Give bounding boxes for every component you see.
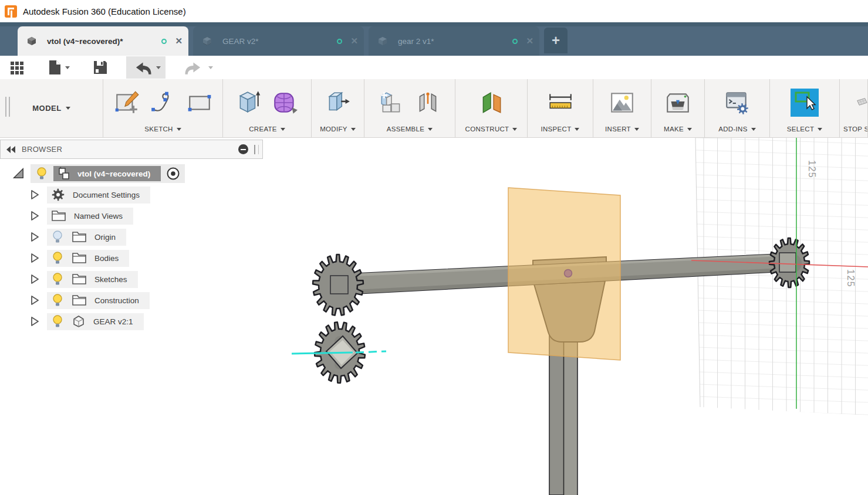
activate-component-radio-icon[interactable] <box>166 167 180 181</box>
dropdown-caret-icon <box>512 128 517 131</box>
visibility-bulb-icon[interactable] <box>51 293 64 307</box>
browser-item-construction[interactable]: Construction <box>0 290 263 311</box>
rectangle-button[interactable] <box>186 89 213 116</box>
quick-access-toolbar <box>0 56 868 79</box>
dropdown-caret-icon <box>751 128 756 131</box>
collapse-panel-icon[interactable] <box>6 146 16 153</box>
workspace-switcher[interactable]: MODEL <box>0 79 103 137</box>
redo-button[interactable] <box>178 56 218 79</box>
cloud-status-icon <box>512 39 518 44</box>
visibility-bulb-icon[interactable] <box>51 314 64 328</box>
collapse-arrow-icon[interactable] <box>12 167 25 181</box>
folder-icon <box>72 230 87 243</box>
press-pull-button[interactable] <box>325 89 352 116</box>
origin-point[interactable] <box>565 270 572 277</box>
expand-arrow-icon[interactable] <box>28 189 41 201</box>
folder-icon <box>72 273 87 286</box>
modify-dropdown[interactable]: MODIFY <box>312 121 364 137</box>
visibility-bulb-icon[interactable] <box>51 272 64 286</box>
dropdown-caret-icon <box>351 128 356 131</box>
make-3d-print-button[interactable] <box>664 89 691 116</box>
browser-item-origin[interactable]: Origin <box>0 226 263 248</box>
folder-icon <box>51 209 66 222</box>
document-tab-label: vtol (v4~recovered)* <box>47 37 123 46</box>
ribbon-group-sketch: SKETCH <box>103 79 223 137</box>
3d-viewport[interactable]: 125 125 <box>0 138 868 495</box>
stop-sketch-label-clipped[interactable]: STOP S <box>840 121 867 137</box>
document-tab-gear2-v1[interactable]: gear 2 v1* ✕ <box>369 26 539 56</box>
addins-dropdown[interactable]: ADD-INS <box>705 121 769 137</box>
visibility-bulb-icon[interactable] <box>35 167 48 181</box>
dropdown-caret-icon <box>575 128 579 131</box>
make-dropdown[interactable]: MAKE <box>651 121 704 137</box>
browser-title: BROWSER <box>22 145 62 154</box>
expand-arrow-icon[interactable] <box>28 210 41 222</box>
document-tab-vtol[interactable]: vtol (v4~recovered)* ✕ <box>18 26 188 56</box>
visibility-bulb-off-icon[interactable] <box>51 230 64 244</box>
scripts-addins-button[interactable] <box>724 89 751 116</box>
expand-arrow-icon[interactable] <box>28 316 41 327</box>
window-titlebar: Autodesk Fusion 360 (Education License) <box>0 0 868 22</box>
insert-dropdown[interactable]: INSERT <box>593 121 651 137</box>
show-data-panel-button[interactable] <box>5 56 29 79</box>
create-sketch-button[interactable] <box>113 89 140 116</box>
undo-button[interactable] <box>126 56 166 79</box>
insert-canvas-button[interactable] <box>609 89 636 116</box>
select-cursor-icon <box>791 89 819 117</box>
left-gear-body[interactable] <box>313 255 363 315</box>
ribbon-group-select: SELECT <box>770 79 840 137</box>
file-menu-button[interactable] <box>42 56 75 79</box>
window-title: Autodesk Fusion 360 (Education License) <box>23 6 186 16</box>
tab-close-icon[interactable]: ✕ <box>526 36 533 46</box>
ribbon-group-inspect: INSPECT <box>528 79 593 137</box>
extrude-button[interactable] <box>235 89 262 116</box>
inspect-dropdown[interactable]: INSPECT <box>528 121 593 137</box>
browser-root-row[interactable]: vtol (v4~recovered) <box>0 163 263 184</box>
undo-icon <box>131 59 153 76</box>
visibility-bulb-icon[interactable] <box>51 251 64 265</box>
browser-item-sketches[interactable]: Sketches <box>0 269 263 290</box>
save-button[interactable] <box>87 56 113 79</box>
tab-close-icon[interactable]: ✕ <box>350 36 358 46</box>
settings-gear-icon <box>51 188 65 202</box>
browser-item-gear-v2-1[interactable]: GEAR v2:1 <box>0 311 263 332</box>
create-form-button[interactable] <box>272 89 299 116</box>
assemble-dropdown[interactable]: ASSEMBLE <box>364 121 455 137</box>
new-component-button[interactable] <box>378 89 405 116</box>
browser-item-bodies[interactable]: Bodies <box>0 248 263 269</box>
browser-item-named-views[interactable]: Named Views <box>0 205 263 226</box>
construction-plane-button[interactable] <box>478 89 505 116</box>
dropdown-caret-icon <box>818 128 822 131</box>
expand-arrow-icon[interactable] <box>28 231 41 243</box>
measure-button[interactable] <box>547 89 574 116</box>
tab-close-icon[interactable]: ✕ <box>175 36 183 46</box>
new-document-tab-button[interactable]: + <box>544 28 568 53</box>
spline-button[interactable] <box>150 89 177 116</box>
grid-dimension-label-right: 125 <box>846 269 856 287</box>
right-gear-body[interactable] <box>769 238 809 287</box>
panel-grip-icon[interactable] <box>254 145 259 154</box>
select-button[interactable] <box>791 89 819 117</box>
construct-dropdown[interactable]: CONSTRUCT <box>455 121 527 137</box>
root-component-label: vtol (v4~recovered) <box>77 169 150 178</box>
document-tabstrip: vtol (v4~recovered)* ✕ GEAR v2* ✕ gear 2… <box>0 22 868 56</box>
remove-panel-icon[interactable] <box>238 144 248 154</box>
dropdown-caret-icon <box>634 128 639 131</box>
browser-item-document-settings[interactable]: Document Settings <box>0 184 263 205</box>
toolbar-grip-icon[interactable] <box>5 97 10 117</box>
select-dropdown[interactable]: SELECT <box>770 121 839 137</box>
joint-button[interactable] <box>414 89 441 116</box>
document-tab-gear-v2[interactable]: GEAR v2* ✕ <box>193 26 364 56</box>
ribbon-group-assemble: ASSEMBLE <box>364 79 455 137</box>
ribbon-group-create: CREATE <box>223 79 312 137</box>
sketch-dropdown[interactable]: SKETCH <box>103 121 222 137</box>
ribbon-group-modify: MODIFY <box>312 79 364 137</box>
expand-arrow-icon[interactable] <box>28 273 41 285</box>
create-dropdown[interactable]: CREATE <box>223 121 311 137</box>
ribbon-group-make: MAKE <box>651 79 705 137</box>
stop-sketch-button[interactable] <box>856 89 867 116</box>
selected-root-component[interactable]: vtol (v4~recovered) <box>53 166 161 181</box>
expand-arrow-icon[interactable] <box>28 252 41 264</box>
expand-arrow-icon[interactable] <box>28 294 41 306</box>
fusion360-logo-icon <box>5 5 17 18</box>
